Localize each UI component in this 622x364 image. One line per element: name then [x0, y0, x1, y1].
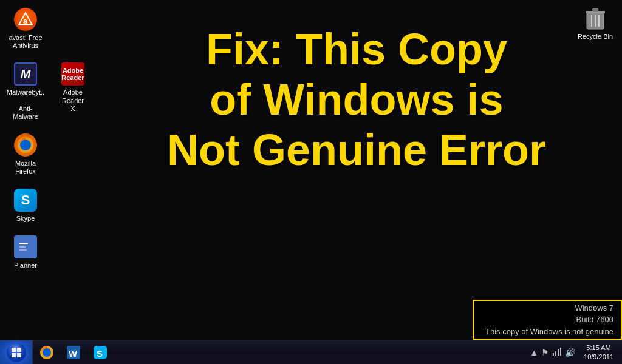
- avast-label: avast! Free Antivirus: [6, 34, 45, 50]
- svg-rect-16: [12, 353, 16, 357]
- taskbar-icon-firefox[interactable]: [34, 341, 60, 364]
- start-orb: [7, 343, 26, 362]
- tray-volume-icon[interactable]: 🔊: [565, 348, 575, 357]
- desktop-icon-firefox[interactable]: MozillaFirefox: [4, 130, 47, 178]
- malwarebytes-icon: M: [14, 62, 37, 86]
- svg-point-3: [20, 140, 31, 150]
- taskbar-pinned-icons: W S: [33, 340, 114, 365]
- watermark-line1: Windows 7: [575, 302, 613, 314]
- taskbar: W S ▲ ⚑ 🔊 5:15 AM: [0, 340, 622, 364]
- svg-rect-17: [17, 353, 21, 357]
- skype-label: Skype: [16, 215, 35, 223]
- clock-time: 5:15 AM: [586, 343, 610, 352]
- adobe-icon: AdobeReader: [61, 62, 84, 86]
- taskbar-icon-word[interactable]: W: [61, 341, 86, 364]
- skype-icon: S: [14, 189, 37, 212]
- watermark-line2: Build 7600: [576, 314, 613, 326]
- tray-expand-icon[interactable]: ▲: [530, 348, 538, 357]
- svg-rect-15: [17, 348, 21, 352]
- malwarebytes-label: Malwarebyt...Anti-Malware: [6, 89, 45, 121]
- svg-rect-25: [555, 351, 556, 356]
- icon-row-malware-adobe: M Malwarebyt...Anti-Malware AdobeReader …: [4, 59, 95, 123]
- system-tray: ▲ ⚑ 🔊 5:15 AM 10/9/2011: [522, 340, 622, 365]
- desktop-icons-left: a avast! Free Antivirus M Malwarebyt...A…: [0, 0, 98, 277]
- svg-text:W: W: [69, 348, 78, 359]
- desktop-icon-malwarebytes[interactable]: M Malwarebyt...Anti-Malware: [4, 59, 47, 123]
- svg-point-19: [43, 348, 51, 357]
- svg-rect-5: [19, 243, 28, 244]
- tray-network-icon[interactable]: [552, 347, 562, 357]
- desktop-icon-planner[interactable]: Planner: [4, 232, 47, 272]
- svg-rect-14: [12, 348, 16, 352]
- desktop-icon-avast[interactable]: a avast! Free Antivirus: [4, 5, 47, 52]
- headline-line1: Fix: This Copy: [97, 24, 616, 75]
- desktop-icon-skype[interactable]: S Skype: [4, 186, 47, 225]
- headline-line2: of Windows is: [97, 75, 616, 125]
- svg-rect-26: [558, 349, 559, 356]
- headline-line3: Not Genuine Error: [97, 125, 616, 175]
- taskbar-icon-skype[interactable]: S: [87, 341, 113, 364]
- desktop-icon-adobe[interactable]: AdobeReader Adobe ReaderX: [51, 59, 95, 115]
- main-headline: Fix: This Copy of Windows is Not Genuine…: [97, 24, 616, 175]
- firefox-icon: [14, 133, 37, 157]
- tray-flag-icon[interactable]: ⚑: [541, 348, 549, 357]
- watermark-line3: This copy of Windows is not genuine: [485, 326, 613, 338]
- planner-label: Planner: [14, 261, 37, 269]
- firefox-label: MozillaFirefox: [15, 160, 36, 175]
- clock-date: 10/9/2011: [584, 352, 613, 361]
- desktop: a avast! Free Antivirus M Malwarebyt...A…: [0, 0, 622, 340]
- clock-area[interactable]: 5:15 AM 10/9/2011: [580, 343, 617, 361]
- tray-icons: ▲ ⚑ 🔊: [527, 347, 578, 357]
- svg-rect-10: [592, 8, 598, 12]
- adobe-label: Adobe ReaderX: [53, 89, 92, 113]
- windows-watermark: Windows 7 Build 7600 This copy of Window…: [473, 300, 622, 340]
- planner-icon: [14, 235, 37, 258]
- svg-rect-7: [19, 249, 27, 251]
- svg-text:a: a: [23, 16, 28, 25]
- svg-text:S: S: [97, 348, 103, 359]
- avast-icon: a: [14, 8, 37, 31]
- svg-rect-6: [19, 246, 26, 248]
- svg-rect-24: [553, 353, 554, 356]
- svg-rect-27: [560, 348, 561, 356]
- svg-rect-4: [18, 240, 33, 255]
- start-button[interactable]: [0, 340, 33, 365]
